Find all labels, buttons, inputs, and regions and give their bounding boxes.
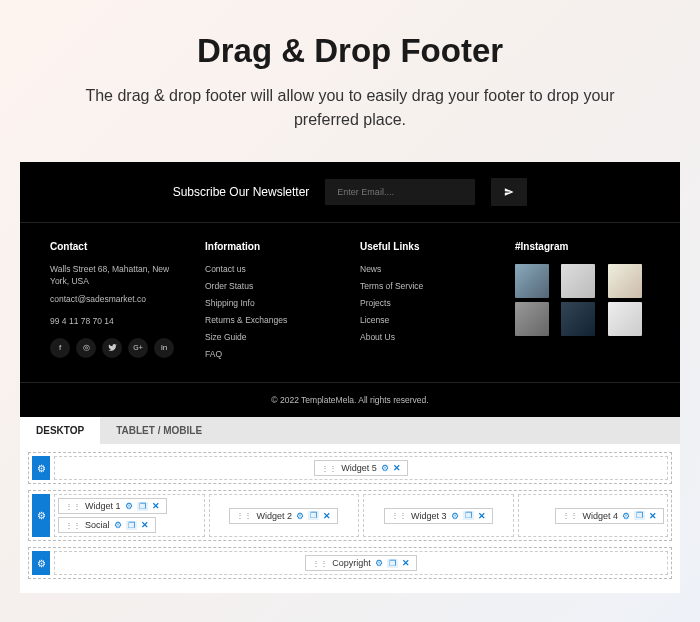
widget-label: Widget 3 (411, 511, 447, 521)
widget-block[interactable]: ⋮⋮ Widget 5 ⚙ ✕ (314, 460, 408, 476)
duplicate-icon[interactable]: ❐ (308, 511, 319, 520)
drag-icon: ⋮⋮ (236, 511, 252, 520)
instagram-title: #Instagram (515, 241, 650, 252)
widget-block[interactable]: ⋮⋮ Social ⚙ ❐ ✕ (58, 517, 156, 533)
builder-cell[interactable]: ⋮⋮ Widget 2 ⚙ ❐ ✕ (209, 494, 360, 537)
close-icon[interactable]: ✕ (478, 511, 486, 521)
gear-icon[interactable]: ⚙ (622, 511, 630, 521)
send-icon (504, 185, 514, 200)
widget-block[interactable]: ⋮⋮ Copyright ⚙ ❐ ✕ (305, 555, 417, 571)
drag-icon: ⋮⋮ (562, 511, 578, 520)
widget-label: Widget 2 (256, 511, 292, 521)
drag-icon: ⋮⋮ (321, 464, 337, 473)
close-icon[interactable]: ✕ (152, 501, 160, 511)
duplicate-icon[interactable]: ❐ (137, 502, 148, 511)
useful-link[interactable]: News (360, 264, 495, 274)
gear-icon[interactable]: ⚙ (114, 520, 122, 530)
drag-icon: ⋮⋮ (65, 521, 81, 530)
info-link[interactable]: FAQ (205, 349, 340, 359)
row-settings-handle[interactable]: ⚙ (32, 456, 50, 480)
gear-icon[interactable]: ⚙ (381, 463, 389, 473)
instagram-icon[interactable]: ◎ (76, 338, 96, 358)
info-link[interactable]: Contact us (205, 264, 340, 274)
page-title: Drag & Drop Footer (0, 32, 700, 70)
builder-row[interactable]: ⚙ ⋮⋮ Widget 1 ⚙ ❐ ✕ ⋮⋮ Social ⚙ ❐ (28, 490, 672, 541)
duplicate-icon[interactable]: ❐ (126, 521, 137, 530)
useful-link[interactable]: Projects (360, 298, 495, 308)
builder-cell[interactable]: ⋮⋮ Widget 1 ⚙ ❐ ✕ ⋮⋮ Social ⚙ ❐ ✕ (54, 494, 205, 537)
widget-label: Widget 5 (341, 463, 377, 473)
information-title: Information (205, 241, 340, 252)
widget-block[interactable]: ⋮⋮ Widget 2 ⚙ ❐ ✕ (229, 508, 338, 524)
twitter-icon[interactable] (102, 338, 122, 358)
useful-title: Useful Links (360, 241, 495, 252)
gear-icon[interactable]: ⚙ (296, 511, 304, 521)
builder-row[interactable]: ⚙ ⋮⋮ Widget 5 ⚙ ✕ (28, 452, 672, 484)
linkedin-icon[interactable]: in (154, 338, 174, 358)
useful-link[interactable]: License (360, 315, 495, 325)
duplicate-icon[interactable]: ❐ (634, 511, 645, 520)
builder-cell[interactable]: ⋮⋮ Widget 5 ⚙ ✕ (54, 456, 668, 480)
duplicate-icon[interactable]: ❐ (387, 559, 398, 568)
info-link[interactable]: Size Guide (205, 332, 340, 342)
instagram-thumb[interactable] (608, 302, 642, 336)
contact-phone: 99 4 11 78 70 14 (50, 316, 185, 328)
footer-col-useful: Useful Links News Terms of Service Proje… (360, 241, 495, 366)
useful-link[interactable]: Terms of Service (360, 281, 495, 291)
contact-email: contact@sadesmarket.co (50, 294, 185, 306)
footer-col-contact: Contact Walls Street 68, Mahattan, New Y… (50, 241, 185, 366)
info-link[interactable]: Order Status (205, 281, 340, 291)
builder-cell[interactable]: ⋮⋮ Copyright ⚙ ❐ ✕ (54, 551, 668, 575)
widget-block[interactable]: ⋮⋮ Widget 4 ⚙ ❐ ✕ (555, 508, 664, 524)
row-settings-handle[interactable]: ⚙ (32, 551, 50, 575)
gear-icon[interactable]: ⚙ (375, 558, 383, 568)
close-icon[interactable]: ✕ (649, 511, 657, 521)
widget-block[interactable]: ⋮⋮ Widget 1 ⚙ ❐ ✕ (58, 498, 167, 514)
row-settings-handle[interactable]: ⚙ (32, 494, 50, 537)
widget-label: Widget 1 (85, 501, 121, 511)
instagram-thumb[interactable] (515, 302, 549, 336)
footer-col-information: Information Contact us Order Status Ship… (205, 241, 340, 366)
close-icon[interactable]: ✕ (393, 463, 401, 473)
newsletter-submit-button[interactable] (491, 178, 527, 206)
googleplus-icon[interactable]: G+ (128, 338, 148, 358)
info-link[interactable]: Shipping Info (205, 298, 340, 308)
gear-icon: ⚙ (37, 558, 46, 569)
copyright-text: © 2022 TemplateMela. All rights reserved… (20, 382, 680, 417)
tab-desktop[interactable]: DESKTOP (20, 417, 100, 444)
info-link[interactable]: Returns & Exchanges (205, 315, 340, 325)
contact-title: Contact (50, 241, 185, 252)
facebook-icon[interactable]: f (50, 338, 70, 358)
contact-address: Walls Street 68, Mahattan, New York, USA (50, 264, 185, 288)
close-icon[interactable]: ✕ (323, 511, 331, 521)
widget-label: Copyright (332, 558, 371, 568)
footer-builder: DESKTOP TABLET / MOBILE ⚙ ⋮⋮ Widget 5 ⚙ … (20, 417, 680, 593)
footer-col-instagram: #Instagram (515, 241, 650, 366)
widget-label: Widget 4 (582, 511, 618, 521)
close-icon[interactable]: ✕ (402, 558, 410, 568)
newsletter-row: Subscribe Our Newsletter (20, 162, 680, 223)
instagram-thumb[interactable] (608, 264, 642, 298)
newsletter-email-input[interactable] (325, 179, 475, 205)
drag-icon: ⋮⋮ (65, 502, 81, 511)
instagram-thumb[interactable] (561, 264, 595, 298)
gear-icon: ⚙ (37, 510, 46, 521)
page-subtitle: The drag & drop footer will allow you to… (0, 84, 700, 132)
tab-mobile[interactable]: TABLET / MOBILE (100, 417, 218, 444)
builder-cell[interactable]: ⋮⋮ Widget 4 ⚙ ❐ ✕ (518, 494, 669, 537)
widget-block[interactable]: ⋮⋮ Widget 3 ⚙ ❐ ✕ (384, 508, 493, 524)
newsletter-label: Subscribe Our Newsletter (173, 185, 310, 199)
gear-icon[interactable]: ⚙ (125, 501, 133, 511)
duplicate-icon[interactable]: ❐ (463, 511, 474, 520)
gear-icon[interactable]: ⚙ (451, 511, 459, 521)
widget-label: Social (85, 520, 110, 530)
useful-link[interactable]: About Us (360, 332, 495, 342)
instagram-thumb[interactable] (561, 302, 595, 336)
close-icon[interactable]: ✕ (141, 520, 149, 530)
drag-icon: ⋮⋮ (391, 511, 407, 520)
builder-row[interactable]: ⚙ ⋮⋮ Copyright ⚙ ❐ ✕ (28, 547, 672, 579)
footer-preview: Subscribe Our Newsletter Contact Walls S… (20, 162, 680, 417)
instagram-thumb[interactable] (515, 264, 549, 298)
builder-cell[interactable]: ⋮⋮ Widget 3 ⚙ ❐ ✕ (363, 494, 514, 537)
drag-icon: ⋮⋮ (312, 559, 328, 568)
